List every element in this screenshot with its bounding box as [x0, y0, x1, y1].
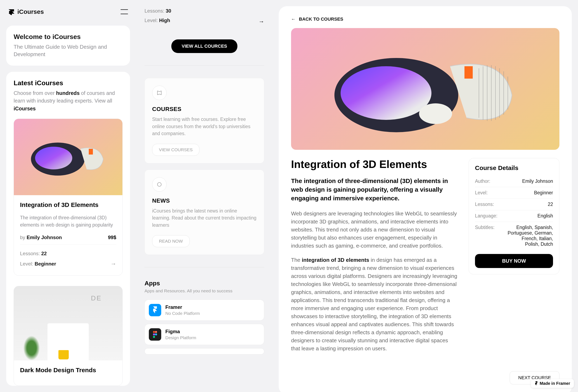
detail-level: Level: Beginner	[475, 187, 553, 199]
promo-title: NEWS	[152, 197, 257, 204]
detail-language: Language: English	[475, 210, 553, 222]
header-row: iCourses	[6, 6, 130, 17]
detail-author: Author: Emily Johnson	[475, 175, 553, 187]
vr-headset-icon	[29, 134, 107, 180]
figma-icon	[149, 328, 161, 341]
detail-paragraph-1: Web designers are leveraging technologie…	[291, 210, 458, 250]
detail-paragraph-2: The integration of 3D elements in design…	[291, 256, 458, 352]
details-title: Course Details	[475, 165, 553, 172]
course-level: Level: Beginner	[20, 259, 56, 269]
svg-point-5	[155, 331, 157, 333]
apps-subtitle: Apps and Resources. All you need to succ…	[144, 288, 264, 293]
divider	[144, 267, 264, 267]
latest-title: Latest iCourses	[14, 79, 123, 87]
menu-icon[interactable]	[121, 9, 128, 14]
logo[interactable]: iCourses	[8, 8, 44, 15]
course-lessons: Lessons: 22	[20, 249, 116, 258]
app-item-more[interactable]	[144, 348, 264, 354]
circle-icon	[152, 177, 167, 192]
svg-point-8	[153, 336, 155, 338]
back-link[interactable]: ← BACK TO COURSES	[291, 16, 559, 22]
apps-section: Apps Apps and Resources. All you need to…	[144, 280, 264, 354]
welcome-title: Welcome to iCourses	[14, 33, 123, 41]
svg-point-3	[157, 182, 161, 186]
level-value: Level: High	[144, 16, 171, 25]
promo-desc: Start learning with free courses. Explor…	[152, 116, 257, 137]
detail-subtitles: Subtitles: English, Spanish, Portuguese,…	[475, 222, 553, 250]
svg-point-6	[153, 333, 155, 336]
course-detail: ← BACK TO COURSES Integrati	[279, 6, 572, 392]
latest-subtitle: Choose from over hundreds of courses and…	[14, 89, 123, 113]
svg-point-10	[341, 66, 432, 120]
svg-point-1	[35, 147, 72, 169]
svg-rect-2	[89, 149, 93, 155]
detail-lessons: Lessons: 22	[475, 199, 553, 210]
course-card-1[interactable]: Integration of 3D Elements The integrati…	[14, 119, 123, 276]
course-description: The integration of three-dimensional (3D…	[20, 214, 116, 228]
vr-headset-icon	[322, 40, 529, 138]
promo-title: COURSES	[152, 106, 257, 112]
book-icon	[152, 86, 167, 100]
app-name: Figma	[165, 329, 196, 334]
course-details-panel: Course Details Author: Emily Johnson Lev…	[469, 158, 559, 274]
course-title: Integration of 3D Elements	[20, 201, 116, 208]
course-price: 99$	[108, 235, 116, 240]
logo-text: iCourses	[17, 8, 44, 15]
app-item-framer[interactable]: Framer No Code Platform	[144, 300, 264, 321]
welcome-subtitle: The Ultimate Guide to Web Design and Dev…	[14, 43, 123, 58]
svg-point-11	[419, 103, 452, 124]
app-tag: Design Platform	[165, 335, 196, 340]
read-now-button[interactable]: READ NOW	[152, 235, 190, 247]
view-courses-button[interactable]: VIEW COURSES	[152, 144, 199, 156]
arrow-left-icon: ←	[291, 16, 296, 22]
course-title: Dark Mode Design Trends	[20, 367, 116, 374]
app-tag: No Code Platform	[165, 311, 200, 316]
lessons-count: Lessons: 30	[144, 6, 171, 16]
framer-icon	[535, 381, 538, 386]
welcome-card: Welcome to iCourses The Ultimate Guide t…	[6, 26, 130, 66]
detail-title: Integration of 3D Elements	[291, 158, 458, 171]
buy-button[interactable]: BUY NOW	[475, 254, 553, 268]
promo-courses: COURSES Start learning with free courses…	[144, 78, 264, 163]
course-card-2[interactable]: DE Dark Mode Design Trends	[14, 286, 123, 386]
course-image: DE	[14, 286, 122, 360]
divider	[144, 65, 264, 66]
view-all-button[interactable]: VIEW ALL COURCES	[171, 40, 237, 53]
framer-badge[interactable]: Made in Framer	[531, 379, 574, 388]
svg-point-7	[155, 333, 157, 336]
promo-desc: iCourses brings the latest news in onlin…	[152, 207, 257, 229]
svg-rect-12	[465, 66, 473, 79]
hero-image	[291, 28, 559, 150]
logo-icon	[8, 8, 15, 15]
latest-card: Latest iCourses Choose from over hundred…	[6, 72, 130, 386]
framer-icon	[149, 304, 161, 316]
app-name: Framer	[165, 304, 200, 310]
promo-news: NEWS iCourses brings the latest news in …	[144, 170, 264, 255]
lessons-summary: Lessons: 30 Level: High →	[144, 6, 264, 31]
apps-title: Apps	[144, 280, 264, 287]
detail-lead: The integration of three-dimensional (3D…	[291, 176, 458, 203]
svg-point-4	[153, 331, 155, 333]
arrow-right-icon[interactable]: →	[258, 18, 264, 25]
app-item-figma[interactable]: Figma Design Platform	[144, 324, 264, 345]
course-author: by Emily Johnson	[20, 235, 62, 240]
arrow-right-icon[interactable]: →	[110, 258, 116, 269]
course-image	[14, 119, 122, 195]
